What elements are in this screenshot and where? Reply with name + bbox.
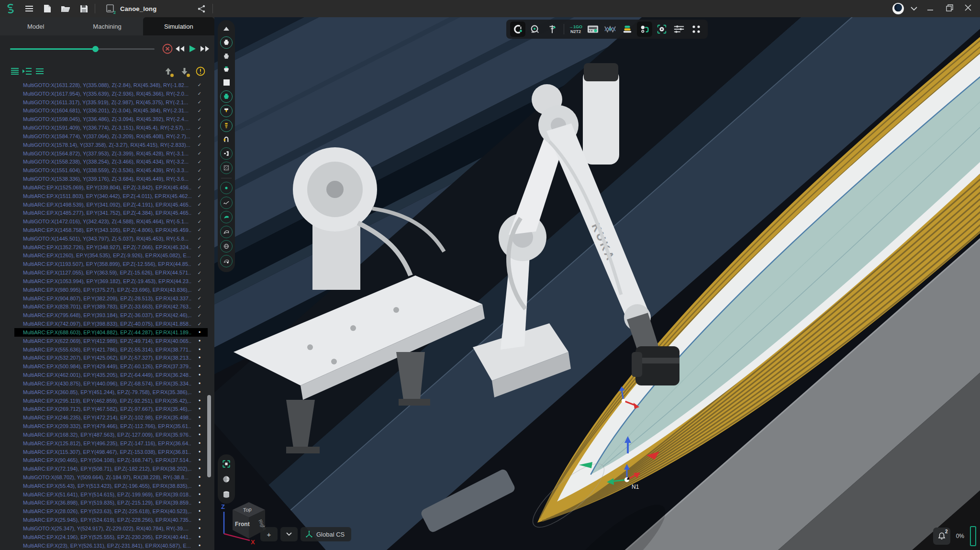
- show-gcode-icon[interactable]: [220, 147, 233, 160]
- next-issue-icon[interactable]: [178, 65, 190, 77]
- cs-list-chevron-button[interactable]: [280, 527, 298, 541]
- program-row[interactable]: MultiARC:EP.X(1260), EP.Y(354.535), EP.Z…: [14, 252, 208, 260]
- control-panel-button[interactable]: [585, 22, 601, 37]
- program-row[interactable]: MultiARC:EP.X(51.641), EP.Y(514.615), EP…: [14, 490, 208, 499]
- program-list[interactable]: MultiGOTO:X(1631.228), Y(335.088), Z(-2.…: [0, 81, 214, 550]
- program-row[interactable]: MultiGOTO:X(1617.954), Y(335.639), Z(-2.…: [14, 89, 208, 98]
- program-row[interactable]: MultiGOTO:X(1445.501), Y(343.797), Z(-5.…: [14, 234, 208, 243]
- restore-button[interactable]: [943, 4, 956, 13]
- tab-model[interactable]: Model: [0, 17, 71, 35]
- program-row[interactable]: MultiARC:EP.X(1458.758), EP.Y(343.105), …: [14, 226, 208, 234]
- machine-settings-button[interactable]: [654, 22, 669, 37]
- program-row[interactable]: MultiARC:EP.X(1053.994), EP.Y(369.182), …: [14, 277, 208, 286]
- gcode-1go-button[interactable]: →1GO N2T2: [568, 22, 583, 37]
- program-row[interactable]: MultiARC:EP.X(360.85), EP.Y(451.244), EP…: [14, 388, 208, 396]
- program-row[interactable]: MultiARC:EP.X(24.196), EP.Y(525.555), EP…: [14, 533, 208, 541]
- show-tool-holder-icon[interactable]: [220, 120, 233, 132]
- orbit-view-icon[interactable]: [220, 473, 233, 484]
- program-row[interactable]: MultiGOTO:X(1584.774), Y(337.064), Z(-3.…: [14, 132, 208, 141]
- program-row[interactable]: MultiARC:EP.X(795.648), EP.Y(393.184), E…: [14, 311, 208, 319]
- program-row[interactable]: MultiARC:EP.X(742.097), EP.Y(398.833), E…: [14, 319, 208, 328]
- program-row[interactable]: MultiARC:EP.X(532.207), EP.Y(425.062), E…: [14, 354, 208, 363]
- program-row[interactable]: MultiARC:EP.X(72.194), EP.Y(508.71), EP.…: [14, 464, 208, 473]
- machine-sim-mode-button[interactable]: [510, 22, 525, 37]
- program-row[interactable]: MultiARC:EP.X(1352.726), EP.Y(348.927), …: [14, 243, 208, 252]
- show-stock-icon[interactable]: [220, 77, 233, 88]
- program-row[interactable]: MultiGOTO:X(1551.604), Y(338.559), Z(-3.…: [14, 166, 208, 175]
- program-row[interactable]: MultiARC:EP.X(1525.069), EP.Y(339.804), …: [14, 183, 208, 192]
- share-button[interactable]: [198, 2, 206, 15]
- account-chevron-down-icon[interactable]: [911, 4, 917, 13]
- program-row[interactable]: MultiGOTO:X(1631.228), Y(335.088), Z(-2.…: [14, 81, 208, 89]
- tab-simulation[interactable]: Simulation: [143, 17, 214, 35]
- program-row[interactable]: MultiGOTO:X(1598.045), Y(336.486), Z(-3.…: [14, 115, 208, 123]
- program-row[interactable]: MultiARC:EP.X(23), EP.Y(526.131), EP.Z(-…: [14, 541, 208, 550]
- warnings-icon[interactable]: [194, 65, 207, 77]
- show-tool-icon[interactable]: [220, 105, 233, 117]
- program-row[interactable]: MultiARC:EP.X(1511.803), EP.Y(340.442), …: [14, 192, 208, 200]
- show-wireframe-icon[interactable]: [220, 240, 233, 253]
- program-row[interactable]: MultiGOTO:X(1611.317), Y(335.919), Z(-2.…: [14, 98, 208, 107]
- program-row[interactable]: MultiARC:EP.X(168.32), EP.Y(487.563), EP…: [14, 430, 208, 439]
- slider-knob[interactable]: [92, 46, 99, 52]
- show-head-body-icon[interactable]: [220, 51, 233, 62]
- new-file-button[interactable]: [40, 2, 55, 15]
- program-row[interactable]: MultiARC:EP.X(90.465), EP.Y(504.108), EP…: [14, 456, 208, 464]
- list-view-icon[interactable]: [9, 65, 21, 77]
- program-row[interactable]: MultiGOTO:X(1538.336), Y(339.176), Z(-3.…: [14, 175, 208, 183]
- program-row[interactable]: MultiARC:EP.X(462.001), EP.Y(435.205), E…: [14, 371, 208, 379]
- probe-gauge-button[interactable]: [527, 22, 543, 37]
- program-row[interactable]: MultiARC:EP.X(25.945), EP.Y(524.619), EP…: [14, 516, 208, 524]
- program-row[interactable]: MultiARC:EP.X(555.636), EP.Y(421.786), E…: [14, 345, 208, 354]
- rewind-button[interactable]: [174, 43, 186, 55]
- user-avatar[interactable]: [892, 3, 904, 14]
- program-row[interactable]: MultiARC:EP.X(1193.507), EP.Y(358.899), …: [14, 260, 208, 268]
- program-row[interactable]: MultiARC:EP.X(55.43), EP.Y(513.423), EP.…: [14, 482, 208, 490]
- open-project-button[interactable]: [58, 2, 73, 15]
- signal-trace-button[interactable]: [602, 22, 618, 37]
- stock-layers-button[interactable]: [620, 22, 635, 37]
- node-link-button[interactable]: [637, 22, 652, 37]
- display-options-button[interactable]: [671, 22, 687, 37]
- scroll-up-icon[interactable]: [220, 23, 233, 34]
- program-list-scrollbar[interactable]: [207, 395, 211, 477]
- tab-machining[interactable]: Machining: [71, 17, 143, 35]
- show-clamp-icon[interactable]: [220, 134, 233, 145]
- show-head-active-icon[interactable]: [220, 64, 233, 75]
- show-surface-shaded-icon[interactable]: [220, 211, 233, 223]
- show-surface-outline-icon[interactable]: [220, 226, 233, 238]
- apps-grid-button[interactable]: [689, 22, 704, 37]
- program-row[interactable]: MultiGOTO:X(68.702), Y(509.664), Z(-184.…: [14, 473, 208, 482]
- program-row[interactable]: MultiARC:EP.X(980.995), EP.Y(375.27), EP…: [14, 286, 208, 294]
- show-surface-points-icon[interactable]: [220, 255, 233, 267]
- show-points-icon[interactable]: [220, 182, 233, 194]
- program-row[interactable]: MultiARC:EP.X(209.332), EP.Y(479.466), E…: [14, 422, 208, 430]
- program-row[interactable]: MultiARC:EP.X(430.875), EP.Y(440.096), E…: [14, 379, 208, 388]
- program-row[interactable]: MultiARC:EP.X(1127.055), EP.Y(363.59), E…: [14, 268, 208, 277]
- compact-list-icon[interactable]: [33, 65, 46, 77]
- program-row[interactable]: MultiARC:EP.X(125.812), EP.Y(496.235), E…: [14, 439, 208, 448]
- main-menu-button[interactable]: [22, 2, 36, 15]
- play-button[interactable]: [186, 43, 199, 55]
- program-row[interactable]: MultiGOTO:X(1472.016), Y(342.423), Z(-4.…: [14, 217, 208, 226]
- active-cs-selector[interactable]: Global CS: [301, 527, 351, 541]
- program-row[interactable]: MultiGOTO:X(25.347), Y(524.917), Z(-229.…: [14, 524, 208, 533]
- program-row[interactable]: MultiARC:EP.X(500.984), EP.Y(429.449), E…: [14, 362, 208, 371]
- add-cs-button[interactable]: +: [260, 527, 278, 541]
- show-machine-head-icon[interactable]: [220, 36, 233, 49]
- program-row[interactable]: MultiGOTO:X(1578.14), Y(337.358), Z(-3.2…: [14, 141, 208, 149]
- program-row[interactable]: MultiARC:EP.X(36.898), EP.Y(519.835), EP…: [14, 499, 208, 507]
- program-row[interactable]: MultiGOTO:X(1591.409), Y(336.774), Z(-3.…: [14, 123, 208, 132]
- program-row[interactable]: MultiARC:EP.X(269.712), EP.Y(467.582), E…: [14, 405, 208, 413]
- program-row[interactable]: MultiARC:EP.X(115.307), EP.Y(498.467), E…: [14, 448, 208, 456]
- program-row[interactable]: MultiARC:EP.X(904.807), EP.Y(382.209), E…: [14, 294, 208, 303]
- program-row[interactable]: MultiARC:EP.X(688.603), EP.Y(404.882), E…: [14, 328, 208, 337]
- program-row[interactable]: MultiGOTO:X(1564.872), Y(337.953), Z(-3.…: [14, 149, 208, 158]
- recent-document-icon[interactable]: 2: [103, 2, 117, 15]
- notifications-button[interactable]: 2: [933, 528, 950, 545]
- app-logo-icon[interactable]: [4, 2, 18, 15]
- show-spindle-icon[interactable]: [220, 90, 233, 103]
- program-row[interactable]: MultiGOTO:X(1558.238), Y(338.254), Z(-3.…: [14, 157, 208, 166]
- program-row[interactable]: MultiARC:EP.X(28.026), EP.Y(523.63), EP.…: [14, 507, 208, 516]
- close-button[interactable]: [963, 4, 973, 13]
